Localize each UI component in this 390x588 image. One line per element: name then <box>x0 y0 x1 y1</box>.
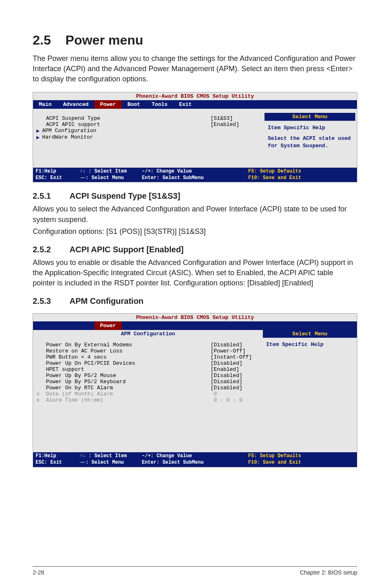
menu-advanced[interactable]: Advanced <box>57 100 94 109</box>
subsection-title: APM Configuration <box>69 296 143 305</box>
item-label: Power On by RTC Alarm <box>36 385 211 391</box>
submenu-pointer-icon: ▶ <box>36 134 42 141</box>
menu-tools[interactable]: Tools <box>146 100 173 109</box>
item-label: x Date (of Month) Alarm <box>36 391 211 397</box>
subsection-number: 2.5.3 <box>33 296 69 306</box>
item-label: PWR Button < 4 secs <box>36 354 211 360</box>
item-label: HPET support <box>36 366 211 373</box>
menu-boot[interactable]: Boot <box>122 100 146 109</box>
select-menu-title: Select Menu <box>264 113 355 121</box>
subsection-number: 2.5.1 <box>33 191 69 201</box>
footer-keys-change: -/+: Change Value Enter: Select SubMenu <box>142 168 248 181</box>
bios-left-panel: ACPI Suspend Type [S1&S3] ACPI APIC supp… <box>33 111 263 168</box>
chapter-label: Chapter 2: BIOS setup <box>300 569 357 576</box>
footer-keys-defaults: F5: Setup Defaults F10: Save and Exit <box>248 168 354 181</box>
item-value <box>211 134 260 141</box>
page-footer: 2-28 Chapter 2: BIOS setup <box>33 566 357 576</box>
item-value: [Power-Off] <box>211 348 260 354</box>
item-label: APM Configuration <box>42 128 211 134</box>
footer-keys-nav: F1:Help ↑↓ : Select Item ESC: Exit →←: S… <box>36 453 142 466</box>
bios-screenshot-power-menu: Phoenix-Award BIOS CMOS Setup Utility Ma… <box>33 92 357 183</box>
item-value: [Disabled] <box>211 385 260 391</box>
item-value: [Instant-Off] <box>211 354 260 360</box>
submenu-apm-configuration[interactable]: ▶ APM Configuration <box>36 128 260 134</box>
item-value: [S1&S3] <box>211 115 260 121</box>
item-hpet-support[interactable]: HPET support[Enabled] <box>36 366 260 373</box>
bios-right-panel: Item Specific Help <box>263 338 357 452</box>
bios-menubar: Main Advanced Power Boot Tools Exit <box>33 100 357 109</box>
subsection-253: 2.5.3APM Configuration <box>33 296 357 306</box>
paragraph: Configuration options: [S1 (POS)] [S3(ST… <box>33 227 357 237</box>
bios-title: Phoenix-Award BIOS CMOS Setup Utility <box>33 92 357 100</box>
subsection-title: ACPI Suspend Type [S1&S3] <box>69 191 180 200</box>
item-value <box>211 128 260 134</box>
bios-right-panel: Select Menu Item Specific Help Select th… <box>263 111 357 168</box>
footer-keys-change: -/+: Change Value Enter: Select SubMenu <box>142 453 248 466</box>
item-acpi-suspend-type[interactable]: ACPI Suspend Type [S1&S3] <box>36 115 260 121</box>
paragraph: Allows you to enable or disable the Adva… <box>33 258 357 289</box>
item-value: [Disabled] <box>211 342 260 348</box>
page-number: 2-28 <box>33 569 44 576</box>
subsection-251: 2.5.1ACPI Suspend Type [S1&S3] <box>33 191 357 201</box>
menu-main[interactable]: Main <box>33 100 57 109</box>
item-label: x Alarm Time (hh:mm) <box>36 397 211 403</box>
item-specific-help-title: Item Specific Help <box>268 124 352 132</box>
paragraph: Allows you to select the Advanced Config… <box>33 204 357 224</box>
item-value: [Enabled] <box>211 121 260 128</box>
item-pwr-button-4secs[interactable]: PWR Button < 4 secs[Instant-Off] <box>36 354 260 360</box>
section-number: 2.5 <box>33 33 51 47</box>
select-menu-title: Select Menu <box>263 330 357 338</box>
footer-keys-defaults: F5: Setup Defaults F10: Save and Exit <box>248 453 354 466</box>
intro-paragraph: The Power menu items allow you to change… <box>33 54 357 85</box>
panel-title: APM Configuration <box>33 330 263 338</box>
subsection-number: 2.5.2 <box>33 245 69 254</box>
item-label: Power Up On PCI/PCIE Devices <box>36 360 211 366</box>
section-title-text: Power menu <box>65 33 143 47</box>
footer-keys-nav: F1:Help ↑↓ : Select Item ESC: Exit →←: S… <box>36 168 142 181</box>
item-label: Power On By External Modems <box>36 342 211 348</box>
subsection-title: ACPI APIC Support [Enabled] <box>69 245 184 254</box>
menu-exit[interactable]: Exit <box>173 100 197 109</box>
item-value: [Enabled] <box>211 366 260 373</box>
item-label: Power Up By PS/2 Mouse <box>36 373 211 379</box>
bios-screenshot-apm-configuration: Phoenix-Award BIOS CMOS Setup Utility Ma… <box>33 313 357 467</box>
item-power-up-ps2-mouse[interactable]: Power Up By PS/2 Mouse[Disabled] <box>36 373 260 379</box>
item-value: 0 : 0 : 0 <box>211 397 260 403</box>
submenu-pointer-icon: ▶ <box>36 128 42 134</box>
bios-title: Phoenix-Award BIOS CMOS Setup Utility <box>33 314 357 321</box>
item-date-of-month-alarm: x Date (of Month) Alarm 0 <box>36 391 260 397</box>
item-restore-ac-power-loss[interactable]: Restore on AC Power Loss[Power-Off] <box>36 348 260 354</box>
section-heading: 2.5 Power menu <box>33 33 357 48</box>
bios-footer: F1:Help ↑↓ : Select Item ESC: Exit →←: S… <box>33 168 357 182</box>
submenu-hardware-monitor[interactable]: ▶ HardWare Monitor <box>36 134 260 141</box>
item-label: Restore on AC Power Loss <box>36 348 211 354</box>
menu-power[interactable]: Power <box>94 100 122 109</box>
item-label: ACPI Suspend Type <box>36 115 211 121</box>
item-label: HardWare Monitor <box>42 134 211 141</box>
bios-left-panel: Power On By External Modems[Disabled] Re… <box>33 338 263 452</box>
item-power-on-rtc-alarm[interactable]: Power On by RTC Alarm[Disabled] <box>36 385 260 391</box>
item-power-up-pci-pcie[interactable]: Power Up On PCI/PCIE Devices[Disabled] <box>36 360 260 366</box>
item-value: [Disabled] <box>211 360 260 366</box>
item-specific-help-body: Select the ACPI state used for System Su… <box>268 135 352 150</box>
item-specific-help-title: Item Specific Help <box>266 341 354 348</box>
item-label: ACPI APIC support <box>36 121 211 128</box>
item-power-on-external-modems[interactable]: Power On By External Modems[Disabled] <box>36 342 260 348</box>
item-power-up-ps2-keyboard[interactable]: Power Up By PS/2 Keyboard[Disabled] <box>36 379 260 385</box>
item-label: Power Up By PS/2 Keyboard <box>36 379 211 385</box>
bios-footer: F1:Help ↑↓ : Select Item ESC: Exit →←: S… <box>33 452 357 467</box>
item-value: [Disabled] <box>211 379 260 385</box>
item-acpi-apic-support[interactable]: ACPI APIC support [Enabled] <box>36 121 260 128</box>
item-value: 0 <box>211 391 260 397</box>
item-value: [Disabled] <box>211 373 260 379</box>
subsection-252: 2.5.2ACPI APIC Support [Enabled] <box>33 245 357 254</box>
item-alarm-time: x Alarm Time (hh:mm) 0 : 0 : 0 <box>36 397 260 403</box>
bios-menubar: Main Advanced Power <box>33 321 357 330</box>
menu-power[interactable]: Power <box>94 321 122 330</box>
